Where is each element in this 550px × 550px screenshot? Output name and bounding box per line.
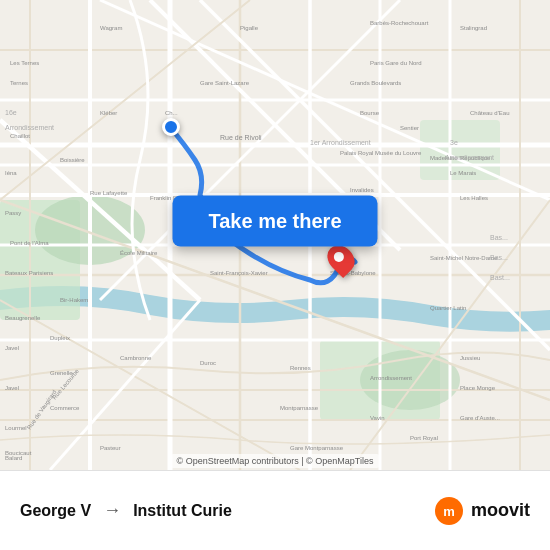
svg-text:Bir-Hakem: Bir-Hakem (60, 297, 88, 303)
svg-text:Javel: Javel (5, 385, 19, 391)
svg-text:Grands Boulevards: Grands Boulevards (350, 80, 401, 86)
route-from: George V (20, 502, 91, 520)
svg-text:Place Monge: Place Monge (460, 385, 496, 391)
svg-text:Arrondissement: Arrondissement (5, 124, 54, 131)
route-to: Institut Curie (133, 502, 232, 520)
svg-text:Vavin: Vavin (370, 415, 385, 421)
svg-text:3e: 3e (450, 139, 458, 146)
svg-text:Bourse: Bourse (360, 110, 380, 116)
svg-text:Pigalle: Pigalle (240, 25, 259, 31)
svg-text:Gare d'Auste...: Gare d'Auste... (460, 415, 500, 421)
svg-text:Bast...: Bast... (490, 274, 510, 281)
svg-text:Gare Saint-Lazare: Gare Saint-Lazare (200, 80, 250, 86)
svg-text:Saint-François-Xavier: Saint-François-Xavier (210, 270, 268, 276)
svg-text:Passy: Passy (5, 210, 21, 216)
svg-text:Iéna: Iéna (5, 170, 17, 176)
svg-text:Chaillot: Chaillot (10, 133, 30, 139)
route-arrow-icon: → (103, 500, 121, 521)
moovit-logo: m moovit (433, 495, 530, 527)
moovit-text: moovit (471, 500, 530, 521)
svg-text:Château d'Eau: Château d'Eau (470, 110, 510, 116)
svg-text:m: m (443, 504, 455, 519)
svg-text:Bateaux Parisiens: Bateaux Parisiens (5, 270, 53, 276)
destination-pin-inner (332, 249, 346, 263)
svg-text:Arrondissement: Arrondissement (445, 154, 494, 161)
svg-text:Arrondissement: Arrondissement (370, 375, 412, 381)
svg-text:Saint-Michel Notre-Dame: Saint-Michel Notre-Dame (430, 255, 498, 261)
svg-text:Barbès-Rochechouart: Barbès-Rochechouart (370, 20, 429, 26)
svg-text:École Militaire: École Militaire (120, 250, 158, 256)
svg-text:Ch...: Ch... (165, 110, 178, 116)
svg-text:1er Arrondissement: 1er Arrondissement (310, 139, 371, 146)
svg-text:Pont de l'Alma: Pont de l'Alma (10, 240, 49, 246)
svg-text:Boucicaut: Boucicaut (5, 450, 32, 456)
svg-text:16e: 16e (5, 109, 17, 116)
svg-text:Quartier Latin: Quartier Latin (430, 305, 466, 311)
svg-text:Boissière: Boissière (60, 157, 85, 163)
route-info: George V → Institut Curie (20, 500, 433, 521)
svg-text:Duroc: Duroc (200, 360, 216, 366)
svg-text:Cambronne: Cambronne (120, 355, 152, 361)
svg-text:Montparnasse: Montparnasse (280, 405, 319, 411)
svg-text:Jussieu: Jussieu (460, 355, 480, 361)
map-container: Rue de Rivoli Chaillot Invalides Madelei… (0, 0, 550, 470)
svg-text:Le Marais: Le Marais (450, 170, 476, 176)
svg-text:Bas...: Bas... (490, 254, 508, 261)
svg-text:Rue Lafayette: Rue Lafayette (90, 190, 128, 196)
take-me-there-button[interactable]: Take me there (172, 195, 377, 246)
svg-text:Pasteur: Pasteur (100, 445, 121, 451)
destination-marker (329, 244, 353, 274)
svg-text:Paris Gare du Nord: Paris Gare du Nord (370, 60, 422, 66)
origin-marker (162, 118, 180, 136)
bottom-bar: George V → Institut Curie m moovit (0, 470, 550, 550)
svg-text:Les Ternes: Les Ternes (10, 60, 39, 66)
svg-text:Port Royal: Port Royal (410, 435, 438, 441)
svg-text:Javel: Javel (5, 345, 19, 351)
svg-text:Sentier: Sentier (400, 125, 419, 131)
svg-text:Lourmel: Lourmel (5, 425, 27, 431)
svg-text:Rennes: Rennes (290, 365, 311, 371)
svg-text:Gare Montparnasse: Gare Montparnasse (290, 445, 344, 451)
svg-text:Rue de Rivoli: Rue de Rivoli (220, 134, 262, 141)
svg-text:Palais Royal Musée du Louvre: Palais Royal Musée du Louvre (340, 150, 422, 156)
svg-text:Beaugrenelle: Beaugrenelle (5, 315, 41, 321)
svg-text:Dupleix: Dupleix (50, 335, 70, 341)
svg-text:Ternes: Ternes (10, 80, 28, 86)
map-attribution: © OpenStreetMap contributors | © OpenMap… (171, 454, 380, 468)
svg-text:Invalides: Invalides (350, 187, 374, 193)
svg-text:Bas...: Bas... (490, 234, 508, 241)
svg-text:Les Halles: Les Halles (460, 195, 488, 201)
svg-text:Stalingrad: Stalingrad (460, 25, 487, 31)
moovit-icon: m (433, 495, 465, 527)
svg-text:Commerce: Commerce (50, 405, 80, 411)
svg-text:Wagram: Wagram (100, 25, 122, 31)
svg-text:Kléber: Kléber (100, 110, 117, 116)
